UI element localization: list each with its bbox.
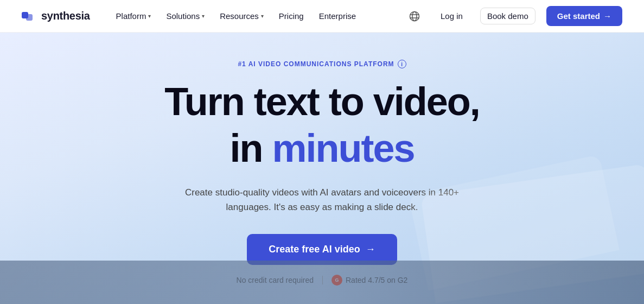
svg-point-3 xyxy=(412,11,417,21)
navbar: synthesia Platform ▾ Solutions ▾ Resourc… xyxy=(0,0,644,33)
nav-item-pricing[interactable]: Pricing xyxy=(272,8,310,24)
synthesia-logo-icon xyxy=(22,10,37,22)
hero-title-line1: Turn text to video, xyxy=(164,81,480,123)
nav-right: Log in Book demo Get started → xyxy=(406,6,622,26)
badge-text: #1 AI VIDEO COMMUNICATIONS PLATFORM xyxy=(238,60,394,68)
globe-icon xyxy=(409,11,420,22)
arrow-right-icon: → xyxy=(603,11,611,21)
nav-item-resources[interactable]: Resources ▾ xyxy=(213,8,270,24)
login-button[interactable]: Log in xyxy=(434,8,469,24)
svg-point-2 xyxy=(410,11,419,21)
hero-badge: #1 AI VIDEO COMMUNICATIONS PLATFORM i xyxy=(238,60,406,68)
solutions-chevron-icon: ▾ xyxy=(202,13,205,19)
nav-item-solutions[interactable]: Solutions ▾ xyxy=(160,8,211,24)
nav-links: Platform ▾ Solutions ▾ Resources ▾ Prici… xyxy=(110,8,406,24)
logo-link[interactable]: synthesia xyxy=(22,10,90,22)
resources-chevron-icon: ▾ xyxy=(261,13,264,19)
bottom-image-strip xyxy=(0,261,644,304)
badge-info-icon[interactable]: i xyxy=(398,60,406,68)
nav-item-enterprise[interactable]: Enterprise xyxy=(313,8,362,24)
nav-item-platform[interactable]: Platform ▾ xyxy=(110,8,158,24)
hero-section: #1 AI VIDEO COMMUNICATIONS PLATFORM i Tu… xyxy=(0,33,644,304)
get-started-button[interactable]: Get started → xyxy=(546,6,622,26)
platform-chevron-icon: ▾ xyxy=(148,13,151,19)
language-selector-button[interactable] xyxy=(406,8,423,25)
svg-rect-1 xyxy=(26,14,33,21)
book-demo-button[interactable]: Book demo xyxy=(480,8,535,24)
logo-text: synthesia xyxy=(41,10,90,22)
